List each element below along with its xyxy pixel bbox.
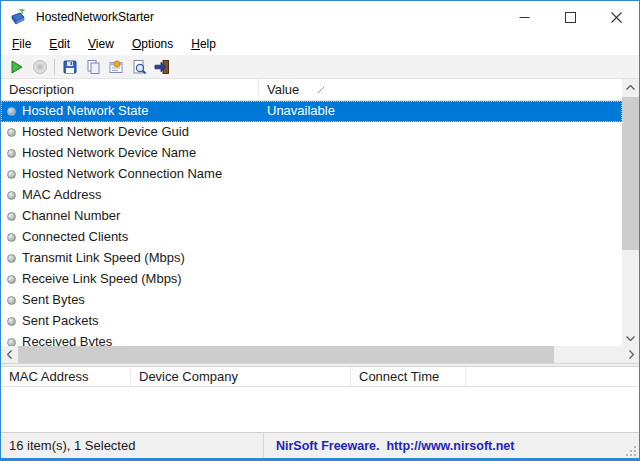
list-item[interactable]: Received Bytes — [1, 332, 622, 346]
list-item[interactable]: Connected Clients — [1, 227, 622, 248]
save-button[interactable] — [58, 56, 81, 78]
app-icon — [9, 7, 29, 27]
menu-options[interactable]: Options — [123, 33, 182, 55]
item-bullet-icon — [7, 275, 16, 284]
vertical-scrollbar[interactable] — [622, 79, 639, 346]
clients-header: MAC Address Device Company Connect Time — [1, 367, 639, 387]
maximize-icon — [565, 12, 576, 23]
title-bar: HostedNetworkStarter — [1, 1, 639, 33]
horizontal-scroll-track[interactable] — [17, 346, 623, 363]
menu-file[interactable]: File — [3, 33, 40, 55]
item-description: Channel Number — [22, 208, 120, 223]
item-value: Unavailable — [267, 103, 335, 118]
start-hosted-network-button[interactable] — [5, 56, 28, 78]
vertical-scroll-thumb[interactable] — [622, 97, 639, 250]
column-header-connect-time[interactable]: Connect Time — [351, 367, 466, 386]
list-header: Description Value — [1, 79, 639, 101]
scroll-right-icon — [629, 350, 634, 359]
app-window: HostedNetworkStarter File Edit View Opti… — [0, 0, 640, 461]
sort-ascending-icon — [317, 86, 325, 94]
item-bullet-icon — [7, 317, 16, 326]
main-list: Description Value Hosted Network State U… — [1, 79, 639, 363]
close-button[interactable] — [593, 1, 639, 33]
find-button[interactable] — [127, 56, 150, 78]
resize-grip-icon[interactable] — [626, 445, 637, 456]
properties-button[interactable] — [104, 56, 127, 78]
item-bullet-icon — [7, 128, 16, 137]
menu-help[interactable]: Help — [182, 33, 225, 55]
item-bullet-icon — [7, 107, 16, 116]
item-description: MAC Address — [22, 187, 101, 202]
item-description: Hosted Network Device Name — [22, 145, 196, 160]
item-bullet-icon — [7, 212, 16, 221]
list-item[interactable]: Hosted Network State Unavailable — [1, 101, 622, 122]
item-description: Hosted Network Device Guid — [22, 124, 189, 139]
item-bullet-icon — [7, 338, 16, 346]
scroll-left-icon — [7, 350, 12, 359]
status-nirsoft-link[interactable]: NirSoft Freeware. http://www.nirsoft.net — [264, 433, 639, 458]
connected-clients-panel: MAC Address Device Company Connect Time — [1, 367, 639, 432]
exit-button[interactable] — [150, 56, 173, 78]
vertical-scroll-track[interactable] — [622, 95, 639, 330]
column-header-value[interactable]: Value — [259, 79, 639, 100]
window-title: HostedNetworkStarter — [36, 10, 154, 24]
scroll-down-icon — [626, 336, 635, 341]
list-item[interactable]: Sent Bytes — [1, 290, 622, 311]
item-bullet-icon — [7, 233, 16, 242]
minimize-button[interactable] — [501, 1, 547, 33]
toolbar-separator — [54, 59, 55, 75]
status-bar: 16 item(s), 1 Selected NirSoft Freeware.… — [1, 432, 639, 458]
item-bullet-icon — [7, 170, 16, 179]
minimize-icon — [519, 12, 530, 23]
copy-button[interactable] — [81, 56, 104, 78]
item-description: Sent Packets — [22, 313, 99, 328]
item-description: Hosted Network Connection Name — [22, 166, 222, 181]
close-icon — [611, 12, 622, 23]
save-icon — [62, 59, 78, 75]
item-bullet-icon — [7, 191, 16, 200]
item-description: Receive Link Speed (Mbps) — [22, 271, 182, 286]
stop-hosted-network-button[interactable] — [28, 56, 51, 78]
column-header-device-company[interactable]: Device Company — [131, 367, 351, 386]
start-hosted-network-icon — [9, 59, 25, 75]
list-body: Hosted Network State Unavailable Hosted … — [1, 101, 622, 346]
menu-edit[interactable]: Edit — [40, 33, 79, 55]
list-item[interactable]: Sent Packets — [1, 311, 622, 332]
column-header-mac-address[interactable]: MAC Address — [1, 367, 131, 386]
scroll-up-button[interactable] — [622, 79, 639, 95]
list-item[interactable]: Hosted Network Connection Name — [1, 164, 622, 185]
copy-icon — [85, 59, 101, 75]
item-description: Transmit Link Speed (Mbps) — [22, 250, 185, 265]
list-item[interactable]: Receive Link Speed (Mbps) — [1, 269, 622, 290]
item-description: Sent Bytes — [22, 292, 85, 307]
list-item[interactable]: Hosted Network Device Guid — [1, 122, 622, 143]
toolbar — [1, 55, 639, 79]
list-item[interactable]: Hosted Network Device Name — [1, 143, 622, 164]
menu-bar: File Edit View Options Help — [1, 33, 639, 55]
list-item[interactable]: Transmit Link Speed (Mbps) — [1, 248, 622, 269]
menu-view[interactable]: View — [79, 33, 123, 55]
item-bullet-icon — [7, 296, 16, 305]
list-item[interactable]: Channel Number — [1, 206, 622, 227]
properties-icon — [108, 59, 124, 75]
list-item[interactable]: MAC Address — [1, 185, 622, 206]
item-description: Received Bytes — [22, 334, 112, 346]
item-bullet-icon — [7, 149, 16, 158]
exit-icon — [154, 59, 170, 75]
scroll-left-button[interactable] — [1, 346, 17, 363]
item-description: Connected Clients — [22, 229, 128, 244]
stop-hosted-network-icon — [32, 59, 48, 75]
find-icon — [131, 59, 147, 75]
clients-list-body — [1, 387, 639, 432]
horizontal-scroll-thumb[interactable] — [18, 346, 554, 363]
status-item-count: 16 item(s), 1 Selected — [1, 433, 264, 458]
scroll-down-button[interactable] — [622, 330, 639, 346]
scroll-right-button[interactable] — [623, 346, 639, 363]
horizontal-scrollbar[interactable] — [1, 346, 639, 363]
item-description: Hosted Network State — [22, 103, 148, 118]
scroll-up-icon — [626, 85, 635, 90]
column-header-description[interactable]: Description — [1, 79, 259, 100]
maximize-button[interactable] — [547, 1, 593, 33]
item-bullet-icon — [7, 254, 16, 263]
